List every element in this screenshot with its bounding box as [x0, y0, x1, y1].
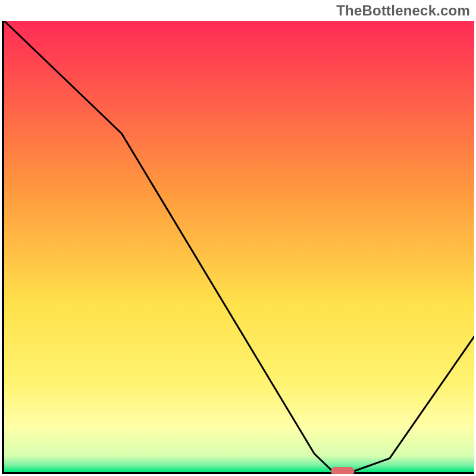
chart-container: TheBottleneck.com	[0, 0, 476, 476]
watermark-text: TheBottleneck.com	[336, 2, 470, 19]
optimal-marker	[331, 467, 355, 474]
plot-area	[2, 21, 474, 474]
chart-svg	[2, 21, 474, 474]
